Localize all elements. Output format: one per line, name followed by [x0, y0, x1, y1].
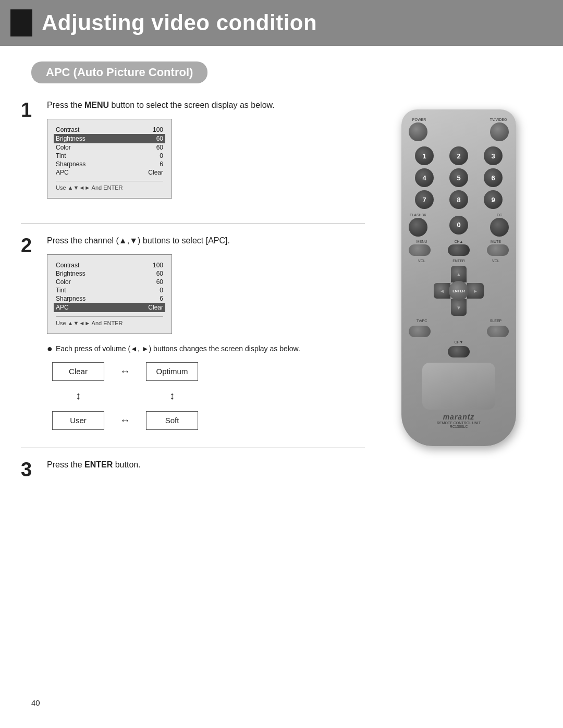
num-btn-6[interactable]: 6	[484, 168, 503, 187]
tvpc-button[interactable]	[409, 326, 431, 337]
step-1: 1 Press the MENU button to select the sc…	[21, 99, 365, 208]
vol-left-label: VOL	[409, 259, 435, 263]
step-3: 3 Press the ENTER button.	[21, 459, 365, 479]
screen-hint-1: Use ▲▼◄► And ENTER	[56, 181, 163, 191]
screen-row-contrast-1: Contrast100	[56, 126, 163, 134]
screen-display-2: Contrast100 Brightness60 Color60 Tint0 S…	[47, 254, 172, 334]
tvvideo-label: TV/VIDEO	[488, 118, 509, 121]
flashbk-label: FLASHBK	[409, 213, 427, 217]
tvpc-sleep-row	[409, 326, 509, 337]
enter-button[interactable]: ENTER	[449, 281, 469, 301]
menu-chup-mute-row	[409, 244, 509, 256]
ch-down-button[interactable]	[448, 346, 470, 357]
screen-display-1: Contrast100 Brightness60 Color60 Tint0 S…	[47, 119, 172, 199]
divider-1	[21, 224, 365, 224]
ch-up-button[interactable]	[448, 244, 470, 256]
marantz-logo-area: marantz REMOTE CONTROL UNIT RC1500LC	[409, 413, 509, 428]
num-btn-4[interactable]: 4	[415, 168, 434, 187]
apc-arrow-clear-optimum: ↔	[109, 365, 141, 377]
apc-box-user: User	[52, 411, 104, 430]
remote-top-buttons	[409, 122, 509, 141]
apc-arrow-optimum-soft: ↕	[169, 383, 175, 409]
cc-button[interactable]	[490, 218, 509, 237]
dpad: ▲ ▼ ◄ ► ENTER	[434, 266, 484, 316]
touchpad[interactable]	[422, 363, 495, 410]
section-title-wrap: APC (Auto Picture Control)	[31, 61, 532, 83]
screen-row-brightness-1: Brightness60	[54, 134, 165, 143]
ch-down-label: CH▼	[409, 340, 509, 344]
step-1-text: Press the MENU button to select the scre…	[47, 99, 365, 112]
step-1-content: Press the MENU button to select the scre…	[47, 99, 365, 208]
tvvideo-button[interactable]	[490, 122, 509, 141]
enter-label: ENTER	[446, 259, 472, 263]
num-btn-0[interactable]: 0	[449, 216, 468, 235]
dpad-section: ▲ ▼ ◄ ► ENTER	[409, 266, 509, 316]
num-btn-8[interactable]: 8	[449, 190, 468, 209]
screen-row-contrast-2: Contrast100	[56, 261, 163, 269]
vol-labels: VOL ENTER VOL	[409, 259, 509, 263]
num-btn-5[interactable]: 5	[449, 168, 468, 187]
num-btn-1[interactable]: 1	[415, 146, 434, 165]
sleep-button[interactable]	[487, 326, 509, 337]
apc-arrow-user-soft: ↔	[109, 414, 141, 426]
step-3-number: 3	[21, 460, 47, 479]
header-black-square	[10, 9, 32, 36]
bullet-content: Each press of volume (◄, ►) buttons chan…	[56, 343, 300, 354]
remote-top-labels: POWER TV/VIDEO	[409, 118, 509, 121]
apc-box-soft: Soft	[146, 411, 198, 430]
step-1-number: 1	[21, 100, 47, 120]
flashbk-button[interactable]	[409, 218, 427, 237]
page-number: 40	[31, 698, 40, 707]
screen-row-color-2: Color60	[56, 278, 163, 286]
mute-label: MUTE	[483, 240, 509, 243]
power-button[interactable]	[409, 122, 427, 141]
left-column: 1 Press the MENU button to select the sc…	[21, 99, 375, 495]
special-row: FLASHBK 0 CC	[409, 213, 509, 237]
section-title: APC (Auto Picture Control)	[31, 61, 207, 83]
remote-control: POWER TV/VIDEO 1 2 3 4 5 6 7 8 9	[401, 109, 516, 446]
apc-arrow-clear-user: ↕	[76, 383, 81, 409]
power-label: POWER	[409, 118, 430, 121]
right-column: POWER TV/VIDEO 1 2 3 4 5 6 7 8 9	[375, 99, 542, 495]
num-btn-3[interactable]: 3	[484, 146, 503, 165]
bullet-dot: ●	[47, 343, 53, 355]
screen-hint-2: Use ▲▼◄► And ENTER	[56, 316, 163, 326]
step-2: 2 Press the channel (▲,▼) buttons to sel…	[21, 235, 365, 432]
step-2-content: Press the channel (▲,▼) buttons to selec…	[47, 235, 365, 432]
cc-label: CC	[490, 213, 509, 217]
dpad-right[interactable]: ►	[467, 283, 484, 299]
screen-row-tint-2: Tint0	[56, 286, 163, 294]
mute-button[interactable]	[487, 244, 509, 256]
apc-box-clear: Clear	[52, 362, 104, 381]
screen-row-tint-1: Tint0	[56, 152, 163, 160]
step-3-text: Press the ENTER button.	[47, 459, 365, 471]
ch-down-label-top	[446, 319, 472, 323]
vol-right-label: VOL	[483, 259, 509, 263]
step-2-number: 2	[21, 236, 47, 255]
num-btn-2[interactable]: 2	[449, 146, 468, 165]
marantz-logo: marantz	[409, 413, 509, 421]
page-title: Adjusting video condition	[42, 10, 317, 35]
remote-model-num: RC1500LC	[409, 425, 509, 428]
num-btn-9[interactable]: 9	[484, 190, 503, 209]
apc-box-optimum: Optimum	[146, 362, 198, 381]
num-btn-7[interactable]: 7	[415, 190, 434, 209]
dpad-left[interactable]: ◄	[434, 283, 450, 299]
ch-down-row	[409, 346, 509, 357]
apc-mode-diagram: Clear ↔ Optimum ↕ ↕ User ↔ Soft	[47, 360, 365, 432]
page-header: Adjusting video condition	[0, 0, 563, 46]
tvpc-label: TV/PC	[409, 319, 435, 323]
sleep-label: SLEEP	[483, 319, 509, 323]
screen-row-brightness-2: Brightness60	[56, 269, 163, 278]
step-3-content: Press the ENTER button.	[47, 459, 365, 478]
step-2-text: Press the channel (▲,▼) buttons to selec…	[47, 235, 365, 247]
menu-button[interactable]	[409, 244, 431, 256]
screen-row-apc-1: APCClear	[56, 168, 163, 177]
bullet-text: ● Each press of volume (◄, ►) buttons ch…	[47, 343, 365, 355]
screen-row-sharpness-2: Sharpness6	[56, 294, 163, 303]
numpad: 1 2 3 4 5 6 7 8 9	[409, 146, 509, 209]
screen-row-apc-2: APCClear	[54, 303, 165, 312]
menu-mute-labels: MENU CH▲ MUTE	[409, 240, 509, 243]
dpad-up[interactable]: ▲	[451, 266, 467, 282]
dpad-down[interactable]: ▼	[451, 299, 467, 316]
